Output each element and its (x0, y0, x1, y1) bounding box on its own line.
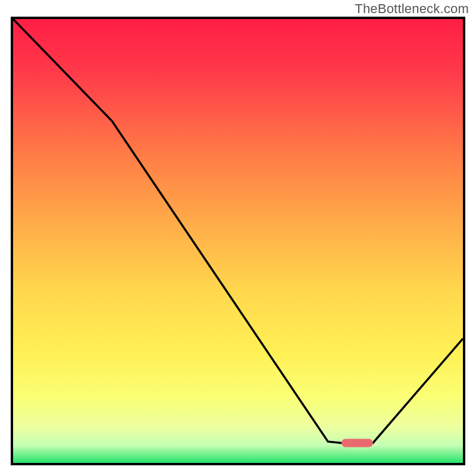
chart-svg (13, 19, 463, 463)
chart-frame: TheBottleneck.com (0, 0, 476, 476)
source-watermark: TheBottleneck.com (355, 1, 469, 17)
gradient-background (13, 19, 463, 463)
optimal-range-marker (342, 439, 373, 447)
plot-area (11, 17, 465, 465)
